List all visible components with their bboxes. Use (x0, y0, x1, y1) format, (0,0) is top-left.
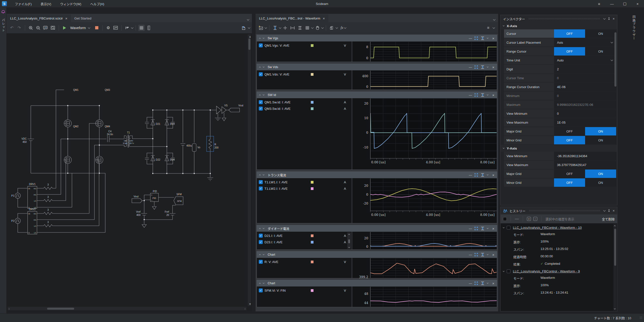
signal-row[interactable]: ✓ D23.I: I: AVE A (257, 238, 352, 244)
inspector-scrollbar[interactable] (614, 32, 616, 87)
close-tab-icon[interactable]: × (323, 16, 325, 21)
inspector-row[interactable]: Range Cursor OFFON (504, 47, 616, 56)
toggle-off[interactable]: OFF (554, 178, 585, 187)
fit-chevron-icon[interactable] (279, 26, 282, 29)
minimize-group-icon[interactable]: — (469, 65, 472, 69)
maximize-group-icon[interactable] (474, 93, 478, 97)
close-group-icon[interactable]: × (492, 173, 494, 177)
toggle-on[interactable]: ON (585, 29, 616, 38)
signal-row[interactable]: ✓ QM1.Sw.Id: I: AVE A (257, 98, 352, 105)
select-all-checkbox[interactable] (503, 217, 507, 221)
dropdown-chevron-icon[interactable] (611, 41, 613, 44)
maximize-group-icon[interactable] (474, 226, 478, 230)
maximize-group-icon[interactable] (474, 281, 478, 285)
pin-icon[interactable] (607, 209, 611, 212)
expand-icon[interactable] (263, 66, 264, 68)
pin-icon[interactable] (607, 17, 611, 21)
minimize-group-icon[interactable]: — (469, 93, 472, 97)
expand-icon[interactable] (263, 37, 264, 39)
bell-icon[interactable] (0, 9, 6, 14)
cursor-point-icon[interactable] (282, 25, 288, 31)
plot[interactable] (370, 42, 496, 62)
close-group-icon[interactable]: × (492, 93, 494, 97)
schematic-canvas[interactable]: VDC450QM1QM2QM3QM4C424.6nT1LW192.8uLW225… (7, 34, 252, 311)
signal-checkbox[interactable]: ✓ (259, 107, 263, 111)
palette-tab-label[interactable]: パレット (1, 19, 6, 32)
entry-checkbox[interactable] (507, 269, 510, 273)
zoom-area-icon[interactable] (50, 25, 56, 31)
group-header[interactable]: Chart — × (257, 280, 497, 286)
chart-settings-icon[interactable] (328, 25, 335, 31)
toggle-off[interactable]: OFF (554, 47, 585, 56)
chart-settings-chevron-icon[interactable] (336, 26, 338, 29)
expand-all-icon[interactable]: + (527, 217, 531, 221)
circuit-browser-tab[interactable]: 回路ブラウザー (632, 15, 636, 41)
inspector-row[interactable]: Cursor Label Placement Axis (504, 38, 616, 47)
minimize-group-icon[interactable]: — (469, 173, 472, 177)
signal-row[interactable]: ✓ R: V: AVE V (257, 258, 352, 264)
inspector-row[interactable]: Major Grid OFFON (504, 127, 616, 135)
grid-icon[interactable] (304, 25, 310, 31)
maximize-group-icon[interactable] (474, 65, 478, 69)
add-chart-icon[interactable] (258, 25, 264, 31)
signal-checkbox[interactable]: ✓ (259, 180, 263, 184)
grid-toggle-icon[interactable] (138, 25, 145, 31)
group-menu-chevron-icon[interactable] (487, 66, 488, 68)
remove-icon[interactable]: — (515, 217, 519, 221)
inspector-row[interactable]: Minor Grid OFFON (504, 136, 616, 144)
zoom-100-icon[interactable]: 100 (42, 25, 49, 31)
run-mode-label[interactable]: Waveform (70, 26, 86, 30)
canvas-vertical-scrollbar[interactable]: ▲ ▼ (248, 35, 251, 306)
toggle-on[interactable]: ON (585, 47, 616, 56)
group-header[interactable]: Sw Vds — × (257, 64, 497, 70)
settings-gear-icon[interactable]: ⚙ (105, 25, 112, 31)
plot[interactable] (370, 287, 496, 307)
resize-grip[interactable] (640, 316, 642, 319)
history-header[interactable]: ヒストリー × (500, 207, 617, 214)
expand-icon[interactable] (263, 174, 264, 175)
tab-list-chevron-icon[interactable] (493, 18, 496, 21)
close-panel-icon[interactable]: × (613, 209, 615, 213)
export-chevron-icon[interactable] (248, 26, 250, 29)
panel-chevron-icon[interactable] (603, 17, 606, 20)
entry-chevron-icon[interactable] (503, 270, 504, 272)
redo-icon[interactable]: ↷ (16, 25, 22, 31)
align-chevron-icon[interactable] (131, 26, 134, 29)
inspector-row[interactable]: Range Cursor Duration 4E-06 (504, 83, 616, 91)
close-panel-icon[interactable]: × (613, 17, 615, 21)
tab-list-chevron-icon[interactable] (247, 18, 250, 21)
fit-group-icon[interactable] (480, 253, 484, 257)
plot[interactable] (370, 71, 496, 89)
panel-menu-icon[interactable]: ≡ (485, 25, 492, 31)
inspector-header[interactable]: インスペクター × (500, 15, 617, 23)
inspector-row[interactable]: Minor Grid OFFON (504, 178, 616, 187)
inspector-row[interactable]: Time Unit Auto (504, 56, 616, 64)
toggle-on[interactable]: ON (585, 170, 616, 178)
group-header[interactable]: トランス電流 — × (257, 172, 497, 178)
panel-chevron-icon[interactable] (603, 209, 606, 212)
minimize-group-icon[interactable]: — (469, 227, 472, 230)
minimize-button[interactable]: — (606, 0, 618, 8)
signal-row[interactable]: ✓ QM1.Vds: V: AVE V (257, 70, 352, 77)
toggle-off[interactable]: OFF (554, 29, 585, 38)
fit-group-icon[interactable] (480, 36, 484, 40)
signal-checkbox[interactable]: ✓ (259, 288, 263, 292)
history-scrollbar[interactable] (614, 224, 617, 311)
group-menu-chevron-icon[interactable] (487, 227, 488, 229)
fit-vertical-icon[interactable] (272, 25, 278, 31)
menu-view[interactable]: 表示(V) (36, 0, 56, 8)
inspector-row[interactable]: Digit 2 (504, 65, 616, 73)
show-selected-label[interactable]: 選択中の履歴を表示 (546, 217, 574, 221)
history-entry-link[interactable]: LLC_LossAnalysis_FBControl - Waveform - … (513, 226, 582, 229)
pan-chevron-icon[interactable] (322, 26, 324, 29)
plot[interactable] (370, 178, 496, 211)
signal-checkbox[interactable]: ✓ (259, 260, 263, 264)
entry-chevron-icon[interactable] (503, 226, 504, 228)
align-icon[interactable] (124, 25, 130, 31)
group-header[interactable]: Sw Vgs — × (257, 35, 497, 42)
signal-row[interactable]: ✓ T1.LW2.I: I: AVE A (257, 185, 352, 191)
function-icon[interactable]: fx (340, 26, 343, 30)
inspector-row[interactable]: View Minimum 0 (504, 109, 616, 118)
signal-row[interactable]: ✓ QM1.Vgs: V: AVE V (257, 42, 352, 48)
inspector-row[interactable]: View Maximum 36.37977596429147 (504, 161, 616, 169)
